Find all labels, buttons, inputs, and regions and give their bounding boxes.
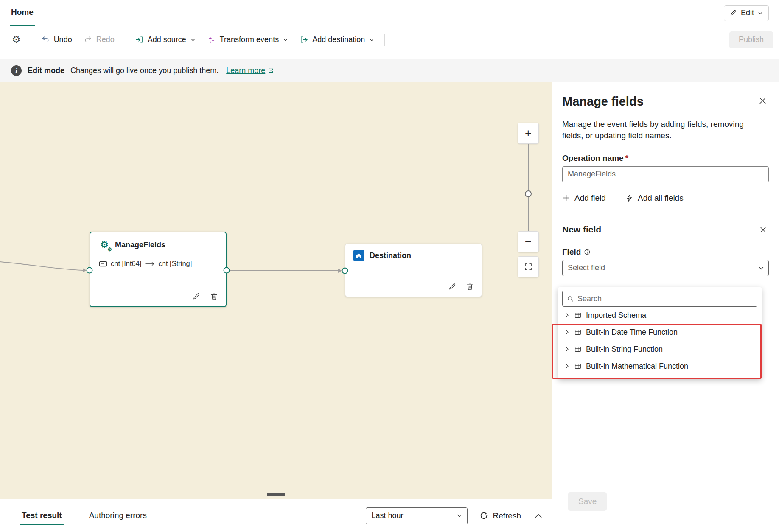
table-icon (574, 311, 582, 319)
table-icon (574, 328, 582, 336)
top-bar: Home Edit (0, 0, 779, 26)
add-field-label: Add field (574, 193, 606, 203)
refresh-label: Refresh (493, 511, 521, 521)
add-source-label: Add source (148, 35, 186, 44)
toolbar-separator (31, 34, 31, 46)
canvas[interactable]: ⚙⚙ ManageFields cnt [Int64] cnt [String] (0, 82, 552, 499)
field-icon (99, 261, 107, 267)
search-input[interactable] (577, 294, 753, 303)
fit-view-button[interactable] (518, 256, 539, 277)
collapse-panel-button[interactable] (534, 511, 543, 521)
toolbar: ⚙ Undo Redo Add source Transform events (0, 26, 779, 53)
time-range-value: Last hour (371, 511, 403, 520)
main-area: ⚙⚙ ManageFields cnt [Int64] cnt [String] (0, 82, 779, 532)
settings-button[interactable]: ⚙ (6, 31, 27, 49)
destination-node-header: Destination (353, 250, 474, 261)
close-icon (759, 226, 767, 234)
undo-icon (42, 36, 50, 44)
add-source-icon (135, 36, 143, 44)
dropdown-item-label: Built-in String Function (586, 345, 663, 354)
edit-button[interactable]: Edit (724, 5, 769, 21)
managefields-node[interactable]: ⚙⚙ ManageFields cnt [Int64] cnt [String] (90, 232, 227, 307)
pencil-icon (730, 9, 737, 17)
zoom-out-button[interactable]: − (518, 231, 539, 252)
toolbar-separator (125, 34, 125, 46)
banner-mode-label: Edit mode (28, 66, 64, 75)
managefields-node-fields: cnt [Int64] cnt [String] (99, 260, 217, 268)
zoom-slider-track[interactable] (528, 144, 529, 231)
tab-authoring-errors[interactable]: Authoring errors (87, 507, 149, 524)
zoom-in-button[interactable]: + (518, 123, 539, 144)
new-field-close-button[interactable] (757, 224, 769, 235)
zoom-slider-handle[interactable] (525, 190, 532, 197)
edit-node-button[interactable] (448, 283, 457, 291)
chevron-down-icon (191, 37, 196, 42)
destination-node-actions (448, 283, 474, 291)
delete-node-button[interactable] (466, 283, 474, 291)
panel-close-button[interactable] (757, 95, 769, 107)
search-icon (567, 295, 574, 302)
field-to: cnt [String] (158, 260, 192, 268)
transform-events-label: Transform events (220, 35, 279, 44)
lightning-icon (625, 194, 633, 202)
new-field-header: New field (562, 224, 769, 235)
chevron-down-icon (758, 265, 764, 271)
time-range-select[interactable]: Last hour (366, 507, 468, 524)
dropdown-item-mathematical-function[interactable]: Built-in Mathematical Function (562, 358, 757, 375)
publish-button[interactable]: Publish (729, 31, 773, 48)
dropdown-item-imported-schema[interactable]: Imported Schema (562, 307, 757, 324)
canvas-scrollbar[interactable] (267, 493, 285, 496)
redo-icon (84, 36, 92, 44)
field-label-text: Field (562, 247, 581, 257)
tab-test-result[interactable]: Test result (20, 507, 64, 524)
panel-header: Manage fields (562, 95, 769, 109)
manage-fields-panel: Manage fields Manage the event fields by… (552, 82, 779, 532)
refresh-button[interactable]: Refresh (479, 511, 521, 521)
managefields-node-title: ManageFields (115, 241, 165, 249)
add-field-button[interactable]: Add field (562, 193, 606, 203)
close-icon (758, 96, 767, 105)
external-link-icon (268, 67, 274, 74)
operation-name-label: Operation name * (562, 154, 769, 163)
field-from: cnt [Int64] (111, 260, 141, 268)
banner-message: Changes will go live once you publish th… (70, 66, 219, 75)
required-marker: * (625, 154, 628, 163)
transform-events-button[interactable]: Transform events (202, 31, 294, 49)
new-field-title: New field (562, 224, 601, 235)
gear-icon: ⚙ (12, 35, 21, 45)
panel-description: Manage the event fields by adding fields… (562, 119, 755, 142)
canvas-column: ⚙⚙ ManageFields cnt [Int64] cnt [String] (0, 82, 552, 532)
search-box (562, 291, 757, 307)
tab-home[interactable]: Home (10, 0, 35, 26)
chevron-right-icon (565, 330, 570, 335)
tab-test-result-label: Test result (22, 511, 62, 520)
delete-node-button[interactable] (210, 292, 218, 300)
add-destination-icon (300, 36, 308, 44)
field-select[interactable]: Select field (562, 260, 769, 276)
chevron-right-icon (565, 364, 570, 369)
learn-more-link[interactable]: Learn more (226, 66, 274, 75)
save-button[interactable]: Save (568, 492, 607, 511)
chevron-down-icon (457, 513, 462, 518)
info-icon: i (11, 65, 22, 76)
field-actions: Add field Add all fields (562, 193, 769, 203)
add-source-button[interactable]: Add source (129, 31, 202, 49)
add-destination-button[interactable]: Add destination (294, 31, 380, 49)
tab-authoring-errors-label: Authoring errors (89, 511, 147, 520)
add-all-fields-button[interactable]: Add all fields (625, 193, 684, 203)
redo-label: Redo (96, 35, 115, 44)
redo-button[interactable]: Redo (78, 31, 120, 49)
operation-name-text: Operation name (562, 154, 624, 163)
bottom-bar: Test result Authoring errors Last hour R… (0, 499, 552, 532)
destination-node[interactable]: Destination (345, 244, 482, 297)
undo-button[interactable]: Undo (36, 31, 78, 49)
transform-events-icon (207, 36, 216, 44)
dropdown-item-date-time-function[interactable]: Built-in Date Time Function (562, 324, 757, 341)
info-circle-icon (584, 249, 591, 255)
plus-icon (562, 194, 570, 202)
dropdown-item-string-function[interactable]: Built-in String Function (562, 341, 757, 358)
chevron-right-icon (565, 313, 570, 318)
edit-node-button[interactable] (193, 292, 201, 300)
operation-name-input[interactable] (562, 166, 769, 182)
manage-fields-gear-icon: ⚙⚙ (99, 239, 110, 250)
